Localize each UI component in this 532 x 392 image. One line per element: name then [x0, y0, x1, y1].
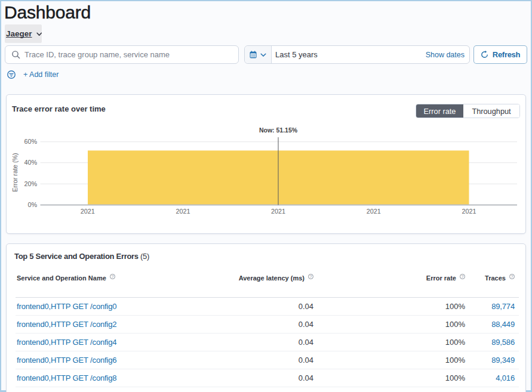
- svg-text:0%: 0%: [27, 201, 37, 208]
- svg-text:2021: 2021: [462, 208, 476, 215]
- svg-text:2021: 2021: [176, 208, 190, 215]
- svg-text:Error rate (%): Error rate (%): [11, 153, 19, 192]
- svg-text:2021: 2021: [81, 208, 95, 215]
- svg-text:40%: 40%: [24, 159, 37, 166]
- svg-text:Now: 51.15%: Now: 51.15%: [259, 126, 298, 134]
- svg-text:2021: 2021: [271, 208, 285, 215]
- svg-text:60%: 60%: [24, 138, 37, 145]
- svg-text:2021: 2021: [367, 208, 381, 215]
- svg-text:20%: 20%: [24, 180, 37, 187]
